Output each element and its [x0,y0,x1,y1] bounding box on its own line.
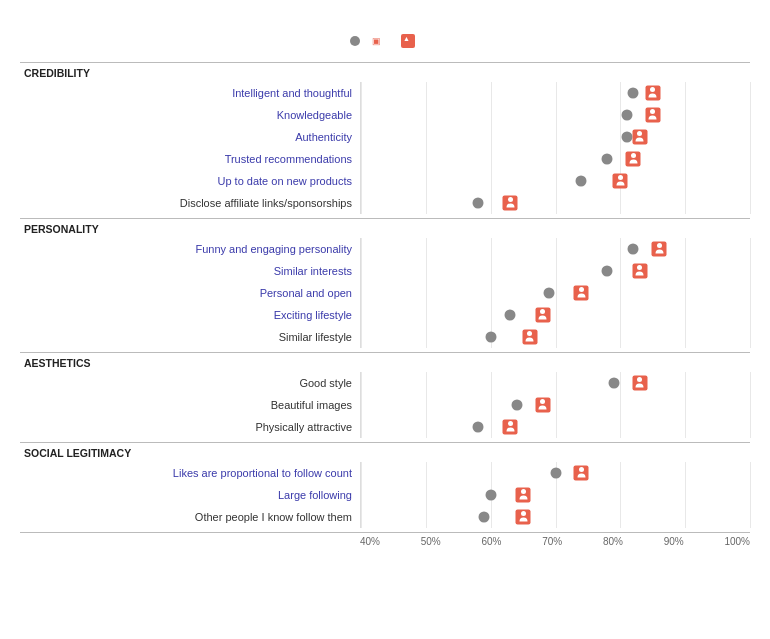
plot-row-2-1 [360,394,750,416]
x-tick-label: 70% [542,536,562,547]
x-tick-label: 80% [603,536,623,547]
gray-marker-3-1 [485,490,496,501]
data-row-0-1: Knowledgeable [20,104,750,126]
svg-point-7 [637,265,642,270]
plot-row-3-0 [360,462,750,484]
svg-point-11 [637,377,642,382]
gray-marker-0-5 [472,198,483,209]
data-row-0-5: Disclose affiliate links/sponsorships [20,192,750,214]
gray-marker-0-0 [628,88,639,99]
red-marker-2-1 [535,398,550,413]
svg-point-3 [631,153,636,158]
plot-row-1-2 [360,282,750,304]
plot-row-0-0 [360,82,750,104]
plot-row-3-1 [360,484,750,506]
person-icon-2-0 [635,376,645,390]
gray-marker-1-2 [544,288,555,299]
plot-row-1-3 [360,304,750,326]
section-header-0: CREDIBILITY [20,62,750,82]
legend-red-dot [401,34,415,48]
x-tick-label: 60% [481,536,501,547]
plot-row-1-4 [360,326,750,348]
gray-marker-1-3 [505,310,516,321]
red-marker-3-1 [516,488,531,503]
x-tick-label: 40% [360,536,380,547]
data-label-1-3: Exciting lifestyle [20,304,360,326]
data-label-2-1: Beautiful images [20,394,360,416]
red-marker-0-5 [503,196,518,211]
x-tick-label: 50% [421,536,441,547]
svg-point-13 [508,421,513,426]
x-tick-label: 100% [724,536,750,547]
legend-all: ▣ [350,36,381,46]
legend: ▣ [20,34,750,48]
person-icon-0-4 [615,174,625,188]
data-row-1-3: Exciting lifestyle [20,304,750,326]
data-row-0-0: Intelligent and thoughtful [20,82,750,104]
red-marker-0-1 [645,108,660,123]
data-label-0-4: Up to date on new products [20,170,360,192]
data-row-0-3: Trusted recommendations [20,148,750,170]
data-label-3-1: Large following [20,484,360,506]
svg-point-12 [540,399,545,404]
svg-point-5 [508,197,513,202]
gray-marker-1-1 [602,266,613,277]
data-row-1-2: Personal and open [20,282,750,304]
red-marker-1-1 [632,264,647,279]
section-label-3: SOCIAL LEGITIMACY [20,444,360,462]
person-icon-1-0 [654,242,664,256]
data-row-2-2: Physically attractive [20,416,750,438]
svg-point-1 [650,109,655,114]
data-label-1-4: Similar lifestyle [20,326,360,348]
data-row-2-1: Beautiful images [20,394,750,416]
red-marker-0-2 [632,130,647,145]
data-row-3-2: Other people I know follow them [20,506,750,528]
person-icon-1-3 [538,308,548,322]
svg-point-0 [650,87,655,92]
svg-point-9 [540,309,545,314]
data-label-1-1: Similar interests [20,260,360,282]
person-icon-2-2 [505,420,515,434]
red-marker-1-4 [522,330,537,345]
legend-social [401,34,420,48]
gray-marker-3-0 [550,468,561,479]
data-row-2-0: Good style [20,372,750,394]
person-icon-0-2 [635,130,645,144]
svg-point-4 [618,175,623,180]
svg-point-10 [527,331,532,336]
person-icon-0-0 [648,86,658,100]
person-icon-1-1 [635,264,645,278]
person-icon-0-3 [628,152,638,166]
data-label-3-0: Likes are proportional to follow count [20,462,360,484]
data-label-2-0: Good style [20,372,360,394]
red-marker-1-3 [535,308,550,323]
rows-container: CREDIBILITYIntelligent and thoughtfulKno… [20,62,750,528]
red-marker-0-4 [613,174,628,189]
gray-marker-2-0 [608,378,619,389]
gray-marker-0-1 [621,110,632,121]
plot-row-0-3 [360,148,750,170]
red-marker-2-2 [503,420,518,435]
data-row-1-1: Similar interests [20,260,750,282]
x-tick-label: 90% [664,536,684,547]
gray-marker-0-4 [576,176,587,187]
plot-row-0-1 [360,104,750,126]
person-icon-3-0 [576,466,586,480]
svg-point-15 [521,489,526,494]
section-header-2: AESTHETICS [20,352,750,372]
gray-marker-3-2 [479,512,490,523]
data-label-1-2: Personal and open [20,282,360,304]
x-axis-ticks: 40%50%60%70%80%90%100% [360,533,750,547]
plot-row-0-4 [360,170,750,192]
x-axis: 40%50%60%70%80%90%100% [20,532,750,547]
red-marker-2-0 [632,376,647,391]
gray-marker-1-0 [628,244,639,255]
data-row-0-2: Authenticity [20,126,750,148]
svg-point-6 [657,243,662,248]
svg-point-8 [579,287,584,292]
gray-marker-1-4 [485,332,496,343]
data-row-3-1: Large following [20,484,750,506]
data-row-1-4: Similar lifestyle [20,326,750,348]
gray-marker-0-2 [621,132,632,143]
data-row-3-0: Likes are proportional to follow count [20,462,750,484]
